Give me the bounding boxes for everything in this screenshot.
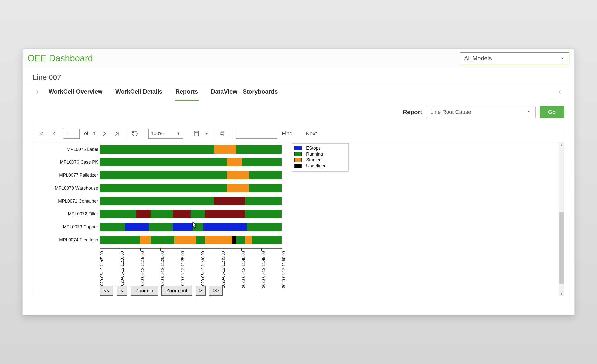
gantt-segment[interactable] — [242, 158, 281, 166]
gantt-segment[interactable] — [203, 223, 247, 231]
x-tick — [160, 249, 161, 251]
x-tick-label: 2020-06-12 11:20:00 — [160, 251, 165, 288]
export-icon[interactable] — [192, 129, 201, 138]
x-tick-label: 2020-06-12 11:10:00 — [120, 251, 125, 288]
zoom-select[interactable]: 100% ▼ — [148, 129, 183, 139]
prev-page-icon[interactable] — [50, 129, 59, 138]
find-button[interactable]: Find — [282, 130, 293, 137]
chart-prev-button[interactable]: < — [117, 286, 127, 296]
gantt-row-label: MPL0075 Label — [50, 147, 100, 152]
zoom-out-button[interactable]: Zoom out — [161, 286, 192, 296]
gantt-row: MPL0076 Case PK — [50, 156, 299, 168]
report-viewer: MPL0075 LabelMPL0076 Case PKMPL0077 Pall… — [33, 142, 564, 296]
chevron-down-icon: ▼ — [176, 131, 180, 136]
gantt-segment[interactable] — [214, 145, 236, 154]
report-select[interactable]: Line Root Cause — [426, 106, 536, 118]
gantt-segment[interactable] — [100, 223, 125, 231]
x-tick — [181, 249, 181, 251]
gantt-row-label: MPL0076 Case PK — [50, 160, 100, 165]
chart-next-button[interactable]: > — [196, 286, 206, 296]
x-tick — [241, 249, 242, 251]
tabs-scroll-right-icon[interactable] — [555, 87, 564, 97]
gantt-segment[interactable] — [100, 236, 140, 244]
gantt-segment[interactable] — [227, 171, 249, 179]
gantt-segment[interactable] — [236, 145, 281, 154]
go-button[interactable]: Go — [540, 106, 564, 118]
tab-dataview[interactable]: DataView - Storyboards — [210, 84, 278, 101]
page-input[interactable] — [63, 129, 80, 139]
gantt-segment[interactable] — [136, 210, 151, 218]
scrollbar[interactable]: ▴ ▾ — [559, 142, 564, 296]
last-page-icon[interactable] — [113, 129, 121, 138]
report-toolbar: of 1 100% ▼ ▼ — [33, 125, 564, 142]
gantt-row: MPL0074 Elec Insp — [50, 234, 299, 246]
gantt-row-label: MPL0071 Container — [50, 199, 100, 204]
model-select-value: All Models — [464, 55, 492, 62]
tab-details[interactable]: WorkCell Details — [115, 84, 163, 101]
find-next-button[interactable]: Next — [306, 130, 317, 137]
x-tick — [261, 249, 262, 251]
gantt-segment[interactable] — [149, 223, 173, 231]
model-select[interactable]: All Models — [460, 52, 569, 64]
divider: | — [298, 130, 300, 137]
gantt-segment[interactable] — [205, 236, 232, 244]
gantt-segment[interactable] — [196, 236, 205, 244]
gantt-segment[interactable] — [151, 210, 172, 218]
next-page-icon[interactable] — [100, 129, 108, 138]
chevron-down-icon[interactable]: ▼ — [205, 132, 209, 136]
legend-item: Undefined — [294, 163, 346, 169]
gantt-segment[interactable] — [214, 197, 245, 205]
gantt-segment[interactable] — [140, 236, 151, 244]
gantt-segment[interactable] — [236, 236, 245, 244]
print-icon[interactable] — [218, 129, 226, 138]
find-input[interactable] — [236, 129, 277, 139]
scroll-up-icon[interactable]: ▴ — [559, 142, 564, 147]
report-picker-row: Report Line Root Cause Go — [23, 100, 574, 121]
gantt-segment[interactable] — [245, 197, 281, 205]
x-tick-label: 2020-06-12 11:35:00 — [221, 251, 226, 288]
legend-label: EStops — [306, 146, 321, 151]
gantt-segment[interactable] — [125, 223, 149, 231]
tab-reports[interactable]: Reports — [175, 84, 199, 101]
gantt-segment[interactable] — [249, 171, 281, 179]
x-tick-label: 2020-06-12 11:15:00 — [140, 251, 145, 288]
gantt-segment[interactable] — [173, 223, 193, 231]
gantt-segment[interactable] — [100, 171, 227, 179]
gantt-segment[interactable] — [245, 236, 252, 244]
gantt-row: MPL0075 Label — [50, 143, 299, 155]
gantt-track — [100, 171, 282, 179]
chart-first-button[interactable]: << — [100, 286, 113, 296]
chart-last-button[interactable]: >> — [209, 286, 222, 296]
gantt-segment[interactable] — [249, 184, 281, 192]
scroll-down-icon[interactable]: ▾ — [559, 291, 564, 296]
x-tick-label: 2020-06-12 11:40:00 — [241, 251, 246, 288]
gantt-segment[interactable] — [247, 223, 281, 231]
gantt-segment[interactable] — [173, 210, 191, 218]
gantt-segment[interactable] — [100, 210, 136, 218]
gantt-segment[interactable] — [252, 236, 281, 244]
gantt-segment[interactable] — [205, 210, 245, 218]
scroll-thumb[interactable] — [559, 212, 564, 284]
legend-item: EStops — [294, 145, 346, 151]
gantt-segment[interactable] — [100, 145, 214, 154]
legend-label: Running — [306, 152, 323, 157]
gantt-segment[interactable] — [174, 236, 196, 244]
gantt-segment[interactable] — [100, 197, 214, 205]
gantt-segment[interactable] — [100, 158, 227, 166]
first-page-icon[interactable] — [37, 129, 46, 138]
gantt-segment[interactable] — [245, 210, 281, 218]
tabs-scroll-left-icon[interactable] — [33, 87, 42, 97]
zoom-in-button[interactable]: Zoom in — [131, 286, 158, 296]
chart-nav-buttons: << < Zoom in Zoom out > >> — [100, 286, 223, 296]
gantt-segment[interactable] — [227, 158, 241, 166]
gantt-row: MPL0071 Container — [50, 195, 299, 207]
gantt-segment[interactable] — [191, 210, 205, 218]
gantt-segment[interactable] — [227, 184, 249, 192]
gantt-segment[interactable] — [151, 236, 174, 244]
gantt-segment[interactable] — [193, 223, 203, 231]
tab-overview[interactable]: WorkCell Overview — [48, 84, 103, 101]
refresh-icon[interactable] — [131, 129, 139, 138]
gantt-segment[interactable] — [232, 236, 236, 244]
tabs: WorkCell OverviewWorkCell DetailsReports… — [48, 84, 278, 101]
gantt-segment[interactable] — [100, 184, 227, 192]
